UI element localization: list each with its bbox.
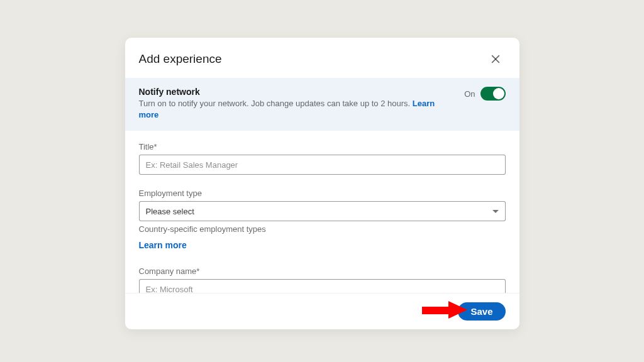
title-label: Title*: [139, 142, 506, 151]
company-name-input[interactable]: [139, 279, 506, 293]
notify-toggle[interactable]: [480, 87, 506, 101]
notify-heading: Notify network: [139, 87, 457, 97]
modal-title: Add experience: [139, 52, 222, 66]
company-name-label: Company name*: [139, 266, 506, 276]
employment-type-hint: Country-specific employment types: [139, 224, 506, 234]
chevron-down-icon: [492, 210, 499, 213]
employment-type-value: Please select: [146, 207, 194, 216]
modal-body[interactable]: Notify network Turn on to notify your ne…: [125, 78, 519, 293]
title-input[interactable]: [139, 155, 506, 175]
add-experience-modal: Add experience Notify network Turn on to…: [125, 38, 519, 329]
notify-description: Turn on to notify your network. Job chan…: [139, 98, 457, 121]
notify-toggle-wrap: On: [464, 87, 505, 101]
svg-marker-3: [448, 301, 467, 319]
employment-type-select[interactable]: Please select: [139, 201, 506, 221]
close-button[interactable]: [486, 49, 506, 69]
modal-footer: Save: [125, 293, 519, 329]
employment-type-field: Employment type Please select Country-sp…: [139, 189, 506, 250]
close-icon: [489, 53, 502, 65]
employment-type-learn-more-link[interactable]: Learn more: [139, 240, 506, 250]
form-content: Title* Employment type Please select Cou…: [125, 131, 519, 293]
employment-type-label: Employment type: [139, 189, 506, 198]
notify-network-section: Notify network Turn on to notify your ne…: [125, 78, 519, 131]
toggle-knob: [493, 88, 504, 99]
company-name-field: Company name*: [139, 266, 506, 293]
title-field: Title*: [139, 142, 506, 175]
modal-header: Add experience: [125, 38, 519, 78]
arrow-annotation-icon: [422, 300, 469, 320]
toggle-state-label: On: [464, 89, 475, 99]
svg-rect-2: [422, 307, 450, 314]
notify-text: Notify network Turn on to notify your ne…: [139, 87, 457, 121]
